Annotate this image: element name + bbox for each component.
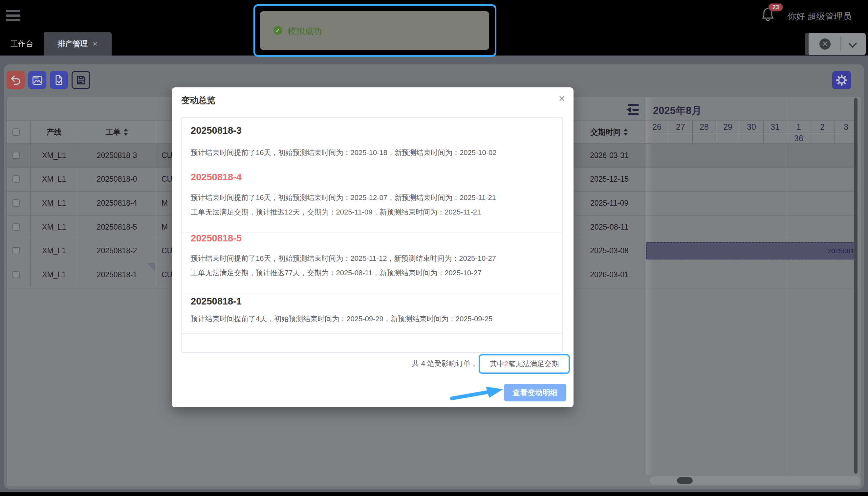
dialog-title: 变动总览: [181, 95, 215, 106]
gantt-day: 28: [692, 122, 716, 132]
change-item-text: 预计结束时间提前了16天，初始预测结束时间为：2025-12-07，新预测结束时…: [191, 193, 496, 203]
row-checkbox[interactable]: [13, 223, 20, 231]
toast-message: 模拟成功: [288, 26, 322, 37]
cell-order: 20250818-2: [78, 239, 156, 263]
gantt-week-number: 36: [787, 134, 810, 143]
column-header-due[interactable]: 交期时间: [574, 121, 645, 143]
row-checkbox[interactable]: [13, 271, 20, 278]
cell-line: XM_L1: [30, 263, 78, 287]
cell-line: XM_L1: [30, 167, 78, 191]
gantt-edge-sheen: [645, 97, 654, 475]
cell-due: 2025-11-09: [574, 191, 645, 215]
dialog-close-button[interactable]: ✕: [559, 94, 565, 104]
cell-partial: M: [162, 191, 172, 215]
change-item-text: 工单无法满足交期，预计推迟12天，交期为：2025-11-09，新预测结束时间为…: [191, 207, 481, 217]
cell-line: XM_L1: [30, 143, 78, 167]
change-item-order: 20250818-4: [191, 172, 242, 183]
hamburger-menu-icon[interactable]: [6, 10, 20, 22]
row-checkbox[interactable]: [13, 199, 20, 207]
gear-icon: [836, 74, 848, 86]
change-item-order: 20250818-1: [191, 296, 242, 307]
sort-icon[interactable]: [123, 128, 128, 136]
change-item-order: 20250818-5: [191, 233, 242, 244]
cell-due: 2025-03-08: [574, 239, 645, 263]
cell-partial: CU: [162, 239, 172, 263]
change-item-text: 预计结束时间提前了4天，初始预测结束时间为：2025-09-29，新预测结束时间…: [191, 314, 493, 324]
select-all-checkbox[interactable]: [13, 128, 20, 136]
tab-actions-accent-bar: [805, 33, 808, 55]
cell-due: 2025-08-11: [574, 215, 645, 239]
row-checkbox[interactable]: [13, 175, 20, 183]
tab-actions-divider: [840, 36, 841, 52]
gantt-day: 27: [669, 122, 692, 132]
document-check-icon: [53, 75, 65, 86]
image-icon: [32, 75, 43, 86]
cell-partial: CU: [162, 143, 172, 167]
gantt-day: 26: [645, 122, 669, 132]
change-item-text: 预计结束时间提前了16天，初始预测结束时间为：2025-10-18，新预测结束时…: [191, 148, 497, 158]
gantt-bar-selected[interactable]: 2025081: [646, 242, 855, 260]
row-checkbox[interactable]: [13, 247, 20, 254]
summary-unmet-count: 2: [504, 360, 508, 368]
column-header-order[interactable]: 工单: [78, 121, 156, 143]
arrow-annotation: [449, 383, 505, 403]
tab-actions-group: ✕: [808, 33, 866, 55]
horizontal-scrollbar-thumb[interactable]: [677, 477, 693, 484]
cell-order: 20250818-3: [78, 143, 156, 167]
tab-scheduling-label: 排产管理: [58, 39, 88, 49]
change-item-order: 20250818-3: [191, 125, 242, 136]
summary-text: 共 4 笔受影响订单，: [353, 359, 478, 369]
settings-button[interactable]: [832, 71, 851, 89]
app-root: 23 你好 超级管理员 工作台 排产管理 ✕ ✕: [0, 0, 868, 496]
summary-highlight-pre: 其中: [490, 359, 504, 369]
cell-line: XM_L1: [30, 215, 78, 239]
sort-icon[interactable]: [623, 128, 628, 136]
tab-workbench[interactable]: 工作台: [0, 32, 44, 56]
gantt-day: 31: [763, 122, 787, 132]
row-checkbox[interactable]: [13, 152, 20, 159]
column-header-line[interactable]: 产线: [30, 121, 78, 143]
success-toast: ✓ 模拟成功: [260, 11, 489, 50]
cell-partial: M: [162, 215, 172, 239]
export-document-button[interactable]: [50, 71, 68, 89]
gantt-day: 2: [810, 122, 834, 132]
gantt-day: 1: [787, 122, 810, 132]
cell-due: 2025-12-15: [574, 167, 645, 191]
gantt-month-label: 2025年8月: [653, 104, 702, 118]
cell-line: XM_L1: [30, 239, 78, 263]
change-item-text: 预计结束时间提前了16天，初始预测结束时间为：2025-11-12，新预测结束时…: [191, 253, 496, 263]
cell-line: XM_L1: [30, 191, 78, 215]
summary-highlight-post: 笔无法满足交期: [508, 359, 559, 369]
undo-button[interactable]: [6, 71, 25, 89]
save-button[interactable]: [71, 71, 90, 89]
undo-icon: [10, 75, 21, 86]
cell-corner-marker: [147, 263, 155, 271]
tab-close-icon[interactable]: ✕: [93, 40, 98, 48]
cell-order: 20250818-4: [78, 191, 156, 215]
cell-due: 2026-03-31: [574, 143, 645, 167]
cell-order: 20250818-0: [78, 167, 156, 191]
cell-due: 2026-03-01: [574, 263, 645, 287]
gantt-day: 29: [716, 122, 740, 132]
tab-actions-dropdown-icon[interactable]: [848, 40, 856, 48]
save-icon: [76, 75, 87, 86]
vertical-scrollbar[interactable]: [854, 98, 857, 474]
export-image-button[interactable]: [28, 71, 46, 89]
cell-partial: CU: [162, 167, 172, 191]
tab-scheduling[interactable]: 排产管理 ✕: [44, 32, 112, 56]
change-item-text: 工单无法满足交期，预计推迟77天，交期为：2025-08-11，新预测结束时间为…: [191, 268, 482, 278]
success-check-icon: ✓: [273, 26, 282, 35]
cell-order: 20250818-1: [78, 263, 156, 287]
summary-annotation-box: 其中 2 笔无法满足交期: [479, 354, 570, 374]
gantt-day: 30: [740, 122, 763, 132]
user-greeting[interactable]: 你好 超级管理员: [787, 11, 852, 22]
cell-order: 20250818-5: [78, 215, 156, 239]
collapse-table-icon[interactable]: [626, 104, 640, 117]
close-all-tabs-button[interactable]: ✕: [819, 38, 831, 50]
notification-badge: 23: [768, 3, 783, 12]
view-detail-button[interactable]: 查看变动明细: [504, 384, 566, 401]
cell-partial: CU: [162, 263, 172, 287]
